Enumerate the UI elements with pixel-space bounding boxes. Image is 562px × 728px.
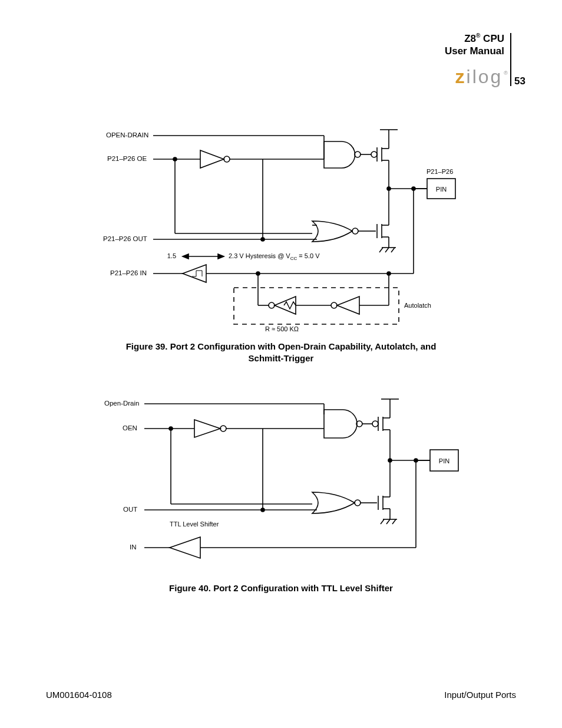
f40-ttl: TTL Level Shifter [170,521,219,528]
figure-40-caption: Figure 40. Port 2 Configuration with TTL… [0,582,562,594]
f39-hysteresis: 2.3 V Hysteresis @ VCC = 5.0 V [229,252,320,261]
f39-rvalue: R ≈ 500 KΩ [265,325,299,332]
f39-caption-line2: Schmitt-Trigger [249,353,314,363]
svg-line-36 [385,248,389,252]
svg-line-35 [379,248,383,252]
footer-doc-id: UM001604-0108 [46,690,112,700]
page-number: 53 [514,75,525,87]
f39-label-out: P21–P26 OUT [103,235,147,242]
page: Z8® CPU User Manual zilog ® 53 [0,0,562,728]
logo: zilog ® [455,66,508,88]
f39-label-open-drain: OPEN-DRAIN [106,131,148,139]
svg-point-64 [372,421,378,427]
f40-label-in: IN [130,543,137,551]
svg-point-53 [387,272,391,275]
header-rule [510,33,511,86]
title-line1-prefix: Z8 [464,33,476,44]
svg-point-42 [412,187,415,190]
svg-point-94 [414,459,418,462]
svg-line-89 [392,519,396,524]
f40-label-open-drain: Open-Drain [104,400,139,407]
f40-caption: Figure 40. Port 2 Configuration with TTL… [169,583,393,593]
logo-z: z [455,66,467,87]
f39-label-oe: P21–P26 OE [107,155,147,162]
svg-line-37 [391,248,395,252]
f40-label-oen: OEN [123,424,137,431]
f39-autolatch: Autolatch [404,302,431,309]
f39-pin-group: P21–P26 [427,168,453,175]
logo-rest: ilog [467,66,503,87]
logo-reg: ® [504,70,508,76]
figure-39-caption: Figure 39. Port 2 Configuration with Ope… [0,341,562,365]
svg-rect-45 [234,288,399,324]
figure-40-diagram: Open-Drain OEN OUT IN TTL Level Shifter … [88,392,501,569]
footer-section: Input/Output Ports [444,690,516,700]
f39-hyst-low: 1.5 [167,252,176,259]
title-line1-suffix: CPU [480,33,504,44]
f40-label-out: OUT [123,506,137,513]
f39-pin: PIN [436,186,447,193]
f39-label-in: P21–P26 IN [110,269,147,276]
svg-point-22 [352,228,358,234]
svg-line-87 [381,519,384,524]
f39-caption-line1: Figure 39. Port 2 Configuration with Ope… [126,341,437,351]
document-title: Z8® CPU User Manual [445,32,504,58]
title-line2: User Manual [445,45,504,57]
figure-39-diagram: OPEN-DRAIN P21–P26 OE P21–P26 OUT P21–P2… [88,124,501,336]
svg-point-9 [355,151,361,157]
svg-point-11 [371,151,377,157]
f40-pin: PIN [439,457,449,465]
svg-line-88 [386,519,390,524]
